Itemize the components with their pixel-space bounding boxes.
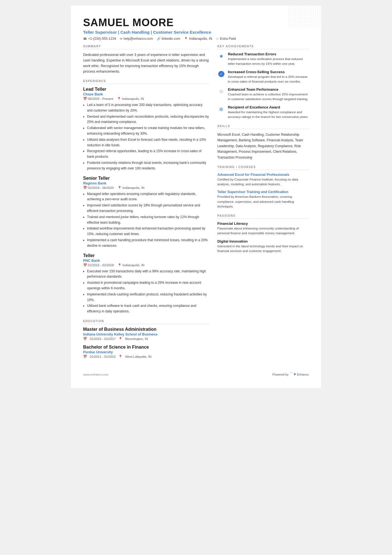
skills-text: Microsoft Excel, Cash Handling, Customer… (217, 132, 309, 160)
footer-website: www.enhancv.com (83, 373, 108, 376)
job-title: Senior Teller (83, 176, 209, 181)
experience-section: EXPERIENCE Lead Teller Chase Bank 📅 06/2… (83, 79, 209, 314)
skills-section: SKILLS Microsoft Excel, Cash Handling, C… (217, 124, 309, 160)
job-entry: Teller PNC Bank 📅 01/2015 - 02/2018 📍 In… (83, 253, 209, 314)
edu-container: Master of Business Administration Indian… (83, 327, 209, 359)
passions-title: PASSIONS (217, 214, 309, 219)
training-title: TRAINING / COURSES (217, 165, 309, 170)
edu-school: Purdue University (83, 350, 209, 354)
training-section: TRAINING / COURSES Advanced Excel for Fi… (217, 165, 309, 209)
achievement-desc: Developed a referral program that led to… (228, 75, 309, 84)
achievement-item: ⊛ Recipient of Excellence Award Awarded … (217, 105, 309, 120)
achievements-container: ★ Reduced Transaction Errors Implemented… (217, 52, 309, 119)
award-icon: ⊛ (219, 106, 223, 112)
job-location: 📍 Indianapolis, IN (118, 263, 144, 267)
job-entry: Senior Teller Regions Bank 📅 02/2018 - 0… (83, 176, 209, 249)
bullet-item: Fostered community relations through loc… (87, 160, 209, 171)
contact-text: linkedin.com (162, 37, 180, 41)
bullet-item: Managed teller operations ensuring compl… (87, 191, 209, 203)
passion-desc: Interested in the latest technology tren… (217, 244, 309, 254)
job-meta: 📅 02/2018 - 06/2020 📍 Indianapolis, IN (83, 186, 209, 190)
bullet-item: Recognized referral opportunities, leadi… (87, 149, 209, 160)
resume-page: SAMUEL MOORE Teller Supervisor | Cash Ha… (71, 6, 321, 388)
experience-title: EXPERIENCE (83, 79, 209, 84)
edu-entry: Bachelor of Science in Finance Purdue Un… (83, 345, 209, 359)
bullet-item: Utilized bank software to track cash and… (87, 303, 209, 314)
brand-name: Enhancv (297, 373, 309, 376)
achievement-icon-container: ★ (217, 52, 225, 60)
passions-container: Financial Literacy Passionate about enha… (217, 221, 309, 253)
job-location: 📍 Indianapolis, IN (117, 97, 144, 101)
job-dates: 📅 06/2020 - Present (83, 97, 113, 101)
job-dates: 📅 01/2015 - 02/2018 (83, 263, 114, 267)
bullet-item: Devised and implemented cash reconciliat… (87, 114, 209, 125)
location-icon: 📍 (118, 186, 121, 190)
training-desc: Provided by American Bankers Association… (217, 194, 309, 209)
star-icon: ★ (219, 53, 224, 59)
achievement-title: Recipient of Excellence Award (228, 105, 309, 109)
achievement-item: ☆ Enhanced Team Performance Coached team… (217, 87, 309, 102)
passions-section: PASSIONS Financial Literacy Passionate a… (217, 214, 309, 253)
footer: www.enhancv.com Powered by ⌒♥ Enhancv (83, 369, 309, 377)
candidate-name: SAMUEL MOORE (83, 17, 309, 29)
bullet-item: Led a team of 5 in processing over 200 d… (87, 102, 209, 114)
enhancv-logo-icon: ⌒♥ (290, 372, 296, 377)
bullet-item: Implemented a cash handling procedure th… (87, 238, 209, 249)
job-title: Teller (83, 253, 209, 258)
education-section: EDUCATION Master of Business Administrat… (83, 319, 209, 359)
contact-text: help@enhancv.com (123, 37, 153, 41)
edu-dates: 01/2011 - 01/2015 (90, 355, 116, 358)
location-icon: 📍 (117, 97, 121, 101)
passion-desc: Passionate about enhancing community und… (217, 226, 309, 236)
calendar-icon: 📅 (83, 263, 87, 267)
job-bullets: Executed over 150 transactions daily wit… (83, 269, 209, 314)
bullet-item: Trained and mentored junior tellers, red… (87, 214, 209, 226)
job-location: 📍 Indianapolis, IN (118, 186, 144, 190)
job-dates: 📅 02/2018 - 06/2020 (83, 186, 114, 190)
contact-icon: ✉ (120, 37, 122, 41)
main-columns: SUMMARY Dedicated professional with over… (83, 45, 309, 364)
calendar-icon: 📅 (83, 97, 87, 101)
job-meta: 📅 01/2015 - 02/2018 📍 Indianapolis, IN (83, 263, 209, 267)
training-desc: Certified by Corporate Finance Institute… (217, 177, 309, 187)
job-company: Chase Bank (83, 92, 209, 96)
edu-entry: Master of Business Administration Indian… (83, 327, 209, 341)
contact-row: ☎+1-(234)-555-1234✉help@enhancv.com🔗link… (83, 37, 309, 41)
edu-location-icon: 📍 (118, 355, 122, 359)
achievement-desc: Awarded for maintaining the highest comp… (228, 110, 309, 120)
job-bullets: Managed teller operations ensuring compl… (83, 191, 209, 249)
summary-section: SUMMARY Dedicated professional with over… (83, 45, 209, 74)
job-entry: Lead Teller Chase Bank 📅 06/2020 - Prese… (83, 87, 209, 171)
training-entry: Teller Supervisor Training and Certifica… (217, 190, 309, 209)
job-company: Regions Bank (83, 181, 209, 185)
check-icon: ✓ (218, 71, 224, 77)
star-outline-icon: ☆ (219, 88, 224, 95)
edu-location: Bloomington, IN (125, 337, 148, 341)
right-column: KEY ACHIEVEMENTS ★ Reduced Transaction E… (217, 45, 309, 364)
achievement-content: Increased Cross-Selling Success Develope… (228, 70, 309, 84)
header: SAMUEL MOORE Teller Supervisor | Cash Ha… (83, 17, 309, 41)
achievement-item: ★ Reduced Transaction Errors Implemented… (217, 52, 309, 66)
location-icon: 📍 (118, 263, 121, 267)
contact-item: ✉help@enhancv.com (120, 37, 153, 41)
passion-entry: Digital Innovation Interested in the lat… (217, 239, 309, 254)
bullet-item: Assisted in promotional campaigns leadin… (87, 280, 209, 291)
achievements-title: KEY ACHIEVEMENTS (217, 45, 309, 49)
contact-item: 📍Indianapolis, IN (184, 37, 212, 41)
edu-calendar-icon: 📅 (83, 337, 87, 341)
passion-entry: Financial Literacy Passionate about enha… (217, 221, 309, 236)
bullet-item: Collaborated with senior management to c… (87, 125, 209, 137)
bullet-item: Executed over 150 transactions daily wit… (87, 269, 209, 280)
summary-title: SUMMARY (83, 45, 209, 49)
footer-brand: Powered by ⌒♥ Enhancv (272, 372, 309, 377)
training-title: Teller Supervisor Training and Certifica… (217, 190, 309, 194)
achievement-title: Enhanced Team Performance (228, 87, 309, 92)
education-title: EDUCATION (83, 319, 209, 324)
contact-icon: 🔗 (157, 37, 161, 41)
achievement-content: Enhanced Team Performance Coached team t… (228, 87, 309, 102)
contact-text: Indianapolis, IN (189, 37, 212, 41)
achievement-icon-container: ✓ (217, 70, 225, 78)
edu-degree: Bachelor of Science in Finance (83, 345, 209, 350)
edu-meta: 📅 01/2011 - 01/2015 📍 West Lafayette, IN (83, 355, 209, 359)
bullet-item: Utilized data analyses from Excel to for… (87, 137, 209, 148)
